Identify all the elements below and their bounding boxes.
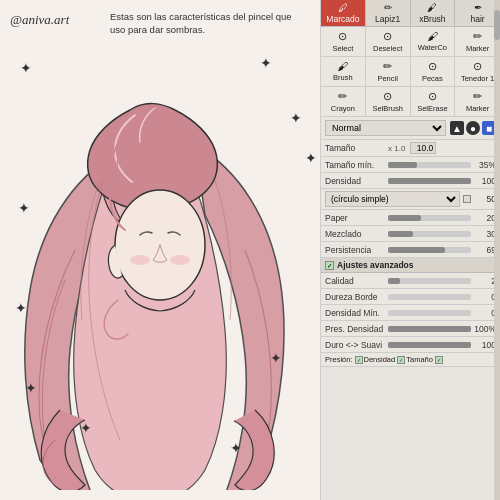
mezclado-row: Mezclado 30 xyxy=(321,226,500,242)
tool-crayon[interactable]: ✏ Crayon xyxy=(321,87,366,116)
calidad-value: 2 xyxy=(474,276,496,286)
blend-icons: ▲ ● ■ xyxy=(450,121,496,135)
tool-deselect[interactable]: ⊙ Deselect xyxy=(366,27,411,56)
densidad-value: 100 xyxy=(474,176,496,186)
tamano-cb: ✓ xyxy=(397,356,405,364)
circulo-row: (círculo simple) 50 xyxy=(321,189,500,210)
advanced-checkbox[interactable]: ✓ xyxy=(325,261,334,270)
densidad-min-value: 0 xyxy=(474,308,496,318)
densidad-min-row: Densidad Mín. 0 xyxy=(321,305,500,321)
duro-suavi-label: Duro <-> Suavi xyxy=(325,340,385,350)
paper-slider[interactable] xyxy=(388,215,471,221)
tool-waterco[interactable]: 🖌 WaterCo xyxy=(411,27,456,56)
paper-label: Paper xyxy=(325,213,385,223)
advanced-section-header[interactable]: ✓ Ajustes avanzados xyxy=(321,258,500,273)
tool-selbrush[interactable]: ⊙ SelBrush xyxy=(366,87,411,116)
brush-tab-row-1: 🖊 Marcado ✏ Lapiz1 🖌 xBrush ✒ hair xyxy=(321,0,500,27)
dureza-slider[interactable] xyxy=(388,294,471,300)
hair-illustration xyxy=(10,50,310,480)
circle-icon: ● xyxy=(466,121,480,135)
tamano-row: Tamaño x 1.0 xyxy=(321,140,500,157)
dureza-row: Dureza Borde 0 xyxy=(321,289,500,305)
selbrush-icon: ⊙ xyxy=(368,90,408,103)
mezclado-value: 30 xyxy=(474,229,496,239)
sparkle-3: ✦ xyxy=(18,200,30,216)
circulo-checkbox[interactable] xyxy=(463,195,471,203)
waterco-icon: 🖌 xyxy=(413,30,453,42)
illustration-panel: @aniva.art Estas son las características… xyxy=(0,0,320,500)
pencil-icon: ✏ xyxy=(368,60,408,73)
sparkle-7: ✦ xyxy=(230,440,242,456)
marker1-icon: ✏ xyxy=(457,30,498,43)
description-text: Estas son las características del pincel… xyxy=(110,10,305,37)
densidad-label: Densidad xyxy=(325,176,385,186)
blend-mode-select[interactable]: Normal xyxy=(325,120,446,136)
tool-pencil[interactable]: ✏ Pencil xyxy=(366,57,411,86)
tamano-min-label: Tamaño mín. xyxy=(325,160,385,170)
triangle-icon: ▲ xyxy=(450,121,464,135)
persistencia-row: Persistencia 69 xyxy=(321,242,500,258)
tamano-multiplier: x 1.0 xyxy=(388,144,405,153)
tab-lapiz1[interactable]: ✏ Lapiz1 xyxy=(366,0,411,26)
brush-settings: 🖊 Marcado ✏ Lapiz1 🖌 xBrush ✒ hair ⊙ Sel… xyxy=(320,0,500,500)
tool-selerase[interactable]: ⊙ SelErase xyxy=(411,87,456,116)
densidad-slider[interactable] xyxy=(388,178,471,184)
sparkle-9: ✦ xyxy=(305,150,317,166)
sparkle-8: ✦ xyxy=(270,350,282,366)
tool-row-3: ✏ Crayon ⊙ SelBrush ⊙ SelErase ✏ Marker xyxy=(321,87,500,117)
extra-cb: ✓ xyxy=(435,356,443,364)
presion-row: Presión: ✓ Densidad ✓ Tamaño ✓ xyxy=(321,353,500,367)
sparkle-5: ✦ xyxy=(25,380,37,396)
presion-tamano-check[interactable]: ✓ Tamaño xyxy=(397,355,433,364)
densidad-min-slider[interactable] xyxy=(388,310,471,316)
densidad-cb-label: Densidad xyxy=(364,355,396,364)
svg-point-2 xyxy=(170,255,190,265)
pres-densidad-slider[interactable] xyxy=(388,326,471,332)
presion-extra-check[interactable]: ✓ xyxy=(435,356,443,364)
tab-marcado-icon: 🖊 xyxy=(323,2,363,13)
tab-marcado[interactable]: 🖊 Marcado xyxy=(321,0,366,26)
presion-label: Presión: xyxy=(325,355,353,364)
mezclado-label: Mezclado xyxy=(325,229,385,239)
presion-densidad-check[interactable]: ✓ Densidad xyxy=(355,355,396,364)
select-icon: ⊙ xyxy=(323,30,363,43)
tamano-min-value: 35% xyxy=(474,160,496,170)
pecas-icon: ⊙ xyxy=(413,60,453,73)
circulo-value: 50 xyxy=(474,194,496,204)
sparkle-1: ✦ xyxy=(260,55,272,71)
scrollbar[interactable] xyxy=(494,0,500,500)
tab-xbrush-icon: 🖌 xyxy=(413,2,453,13)
tamano-input[interactable] xyxy=(410,142,436,154)
calidad-slider[interactable] xyxy=(388,278,471,284)
persistencia-label: Persistencia xyxy=(325,245,385,255)
watermark: @aniva.art xyxy=(10,12,69,28)
paper-row: Paper 20 xyxy=(321,210,500,226)
tool-select[interactable]: ⊙ Select xyxy=(321,27,366,56)
tamano-min-slider[interactable] xyxy=(388,162,471,168)
duro-suavi-row: Duro <-> Suavi 100 xyxy=(321,337,500,353)
calidad-row: Calidad 2 xyxy=(321,273,500,289)
sparkle-0: ✦ xyxy=(20,60,32,76)
densidad-cb: ✓ xyxy=(355,356,363,364)
scrollbar-thumb[interactable] xyxy=(494,10,500,40)
mezclado-slider[interactable] xyxy=(388,231,471,237)
persistencia-slider[interactable] xyxy=(388,247,471,253)
tenedor-icon: ⊙ xyxy=(457,60,498,73)
brush-icon: 🖌 xyxy=(323,60,363,72)
circulo-select[interactable]: (círculo simple) xyxy=(325,191,460,207)
tool-brush[interactable]: 🖌 Brush xyxy=(321,57,366,86)
calidad-label: Calidad xyxy=(325,276,385,286)
crayon-icon: ✏ xyxy=(323,90,363,103)
tab-xbrush[interactable]: 🖌 xBrush xyxy=(411,0,456,26)
duro-suavi-value: 100 xyxy=(474,340,496,350)
duro-suavi-slider[interactable] xyxy=(388,342,471,348)
selerase-icon: ⊙ xyxy=(413,90,453,103)
dureza-label: Dureza Borde xyxy=(325,292,385,302)
pres-densidad-value: 100% xyxy=(474,324,496,334)
deselect-icon: ⊙ xyxy=(368,30,408,43)
tool-pecas[interactable]: ⊙ Pecas xyxy=(411,57,456,86)
tab-hair-icon: ✒ xyxy=(457,2,498,13)
pres-densidad-label: Pres. Densidad xyxy=(325,324,385,334)
persistencia-value: 69 xyxy=(474,245,496,255)
tool-row-2: 🖌 Brush ✏ Pencil ⊙ Pecas ⊙ Tenedor 1 xyxy=(321,57,500,87)
